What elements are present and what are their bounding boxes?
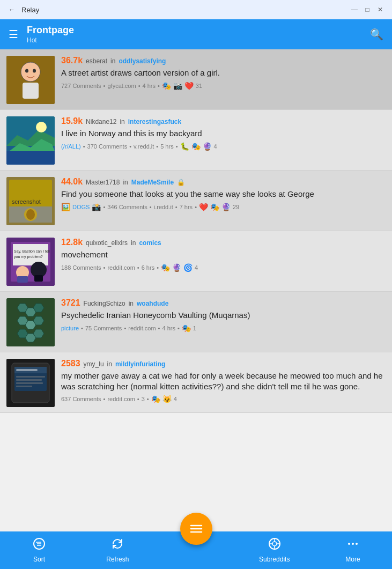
post-score-line: 2583 ymy_lu in mildlyinfuriating bbox=[61, 359, 386, 368]
post-subreddit[interactable]: woahdude bbox=[137, 300, 168, 307]
post-author: FuckingSchizo bbox=[84, 300, 125, 307]
svg-rect-10 bbox=[6, 151, 55, 165]
svg-rect-26 bbox=[34, 275, 43, 282]
svg-marker-36 bbox=[33, 329, 44, 338]
post-comments: 727 Comments bbox=[61, 83, 101, 89]
nav-fab-spacer bbox=[157, 546, 235, 555]
post-item[interactable]: 15.9k Nikdane12 in interestingasfuck I l… bbox=[0, 110, 392, 171]
post-time: 4 hrs bbox=[143, 83, 156, 89]
svg-point-4 bbox=[25, 69, 28, 73]
post-emoji-2: 😺 bbox=[162, 395, 172, 403]
post-emoji-3: ❤️ bbox=[184, 82, 194, 90]
svg-rect-45 bbox=[16, 386, 32, 387]
post-meta: picture • 75 Comments • reddit.com • 4 h… bbox=[61, 324, 386, 332]
title-bar-left: ← Relay bbox=[6, 4, 39, 15]
post-thumbnail bbox=[6, 298, 55, 346]
svg-point-61 bbox=[352, 543, 354, 545]
post-time: 3 bbox=[142, 396, 145, 402]
post-tag: DOGS bbox=[72, 204, 90, 210]
close-button[interactable]: ✕ bbox=[375, 4, 386, 15]
post-subreddit[interactable]: MadeMeSmile bbox=[131, 179, 174, 186]
post-subreddit[interactable]: oddlysatisfying bbox=[119, 57, 166, 65]
post-in: in bbox=[110, 57, 115, 65]
svg-point-17 bbox=[26, 209, 35, 220]
post-meta: 188 Comments • reddit.com • 6 hrs • 🎭 🔮 … bbox=[61, 263, 386, 272]
post-emoji-3: 🔮 bbox=[221, 203, 231, 211]
svg-rect-44 bbox=[16, 382, 43, 384]
post-comments: 370 Comments bbox=[87, 143, 128, 150]
post-in: in bbox=[107, 360, 112, 368]
nav-refresh[interactable]: Refresh bbox=[78, 533, 157, 567]
page-title: Frontpage bbox=[27, 25, 74, 36]
post-thumbnail: screenshot bbox=[6, 177, 55, 225]
post-emoji-2: 🎭 bbox=[210, 203, 219, 211]
post-emoji-count: 4 bbox=[214, 143, 217, 150]
post-emoji-1: ❤️ bbox=[199, 203, 208, 211]
post-emoji-3: 🔮 bbox=[203, 142, 212, 151]
post-score: 44.0k bbox=[61, 177, 83, 187]
header-title-block: Frontpage Hot bbox=[27, 25, 74, 44]
header-left: ☰ Frontpage Hot bbox=[9, 25, 74, 44]
post-author: ymy_lu bbox=[84, 360, 104, 368]
svg-point-55 bbox=[272, 542, 277, 546]
post-subreddit[interactable]: interestingasfuck bbox=[128, 118, 181, 125]
post-tag-icon-1: 🖼️ bbox=[61, 203, 70, 211]
post-content: 12.8k quixotic_elixirs in comics movehem… bbox=[61, 238, 386, 286]
back-button[interactable]: ← bbox=[6, 4, 17, 15]
post-content: 3721 FuckingSchizo in woahdude Psychedel… bbox=[61, 298, 386, 346]
subreddits-label: Subreddits bbox=[259, 556, 290, 563]
post-item[interactable]: screenshot 44.0k Master1718 in MadeMeSmi… bbox=[0, 171, 392, 231]
post-meta: 727 Comments • gfycat.com • 4 hrs • 🎭 📷 … bbox=[61, 82, 386, 90]
post-lock-icon: 🔒 bbox=[177, 179, 185, 186]
more-label: More bbox=[345, 556, 360, 563]
post-emoji-3: 🌀 bbox=[183, 263, 193, 272]
post-tag: picture bbox=[61, 325, 79, 331]
post-tag: (/r/ALL) bbox=[61, 143, 81, 150]
post-emoji-2: 🎭 bbox=[191, 142, 201, 151]
nav-sort[interactable]: Sort bbox=[0, 533, 78, 567]
menu-icon[interactable]: ☰ bbox=[9, 28, 18, 41]
post-title: Find you someone that looks at you the s… bbox=[61, 189, 386, 199]
post-thumbnail bbox=[6, 56, 55, 104]
subreddits-icon bbox=[268, 537, 281, 553]
post-time: 6 hrs bbox=[142, 264, 154, 271]
post-thumbnail bbox=[6, 359, 55, 407]
post-in: in bbox=[123, 179, 128, 186]
post-domain: reddit.com bbox=[107, 264, 135, 271]
post-comments: 75 Comments bbox=[85, 325, 122, 331]
post-score-line: 15.9k Nikdane12 in interestingasfuck bbox=[61, 116, 386, 126]
post-title: Psychedelic Iranian Honeycomb Vaulting (… bbox=[61, 310, 386, 321]
title-bar-title: Relay bbox=[21, 6, 39, 14]
post-item[interactable]: 36.7k esberat in oddlysatisfying A stree… bbox=[0, 49, 392, 110]
post-time: 5 hrs bbox=[160, 143, 173, 150]
nav-subreddits[interactable]: Subreddits bbox=[235, 533, 314, 567]
post-domain: gfycat.com bbox=[107, 83, 136, 89]
post-emoji-count: 1 bbox=[193, 325, 196, 331]
post-subreddit[interactable]: comics bbox=[139, 239, 161, 247]
post-emoji-1: 🐛 bbox=[180, 142, 189, 151]
post-item[interactable]: Say, Bastion can I tell you my problem? … bbox=[0, 231, 392, 292]
post-title: my mother gave away a cat we had for onl… bbox=[61, 371, 386, 391]
maximize-button[interactable]: □ bbox=[362, 4, 373, 15]
svg-point-62 bbox=[356, 543, 358, 545]
post-content: 15.9k Nikdane12 in interestingasfuck I l… bbox=[61, 116, 386, 165]
post-item[interactable]: 3721 FuckingSchizo in woahdude Psychedel… bbox=[0, 292, 392, 352]
post-title: I live in Norway and this is my backyard bbox=[61, 128, 386, 139]
post-score: 2583 bbox=[61, 359, 80, 368]
post-emoji-2: 📷 bbox=[173, 82, 182, 90]
svg-text:screenshot: screenshot bbox=[12, 198, 41, 205]
post-item[interactable]: 2583 ymy_lu in mildlyinfuriating my moth… bbox=[0, 352, 392, 413]
nav-more[interactable]: More bbox=[314, 533, 392, 567]
post-domain: i.redd.it bbox=[154, 204, 173, 210]
post-subreddit[interactable]: mildlyinfuriating bbox=[115, 360, 165, 368]
post-tag-icon-2: 📸 bbox=[92, 203, 101, 211]
fab-button[interactable] bbox=[180, 513, 212, 545]
post-time: 4 hrs bbox=[162, 325, 175, 331]
app-header: ☰ Frontpage Hot 🔍 bbox=[0, 19, 392, 49]
post-score-line: 12.8k quixotic_elixirs in comics bbox=[61, 238, 386, 247]
post-comments: 188 Comments bbox=[61, 264, 101, 271]
refresh-label: Refresh bbox=[106, 556, 129, 563]
svg-rect-42 bbox=[16, 376, 45, 378]
minimize-button[interactable]: — bbox=[349, 4, 360, 15]
search-icon[interactable]: 🔍 bbox=[370, 28, 383, 41]
